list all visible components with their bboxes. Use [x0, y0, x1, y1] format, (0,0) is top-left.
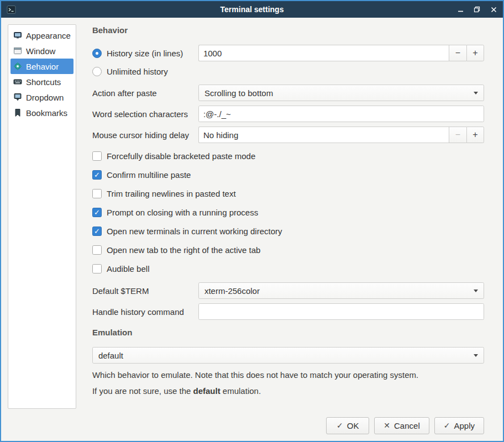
history-size-row: History size (in lines) − + [92, 45, 484, 61]
mouse-cursor-delay-decrement-button[interactable]: − [449, 127, 466, 143]
emulation-dropdown[interactable]: default [92, 347, 484, 364]
default-term-label: Default $TERM [92, 286, 198, 296]
bracketed-paste-checkbox[interactable]: ✓ [92, 151, 102, 161]
checkbox-bracketed-paste[interactable]: ✓ Forcefully disable bracketed paste mod… [92, 151, 484, 161]
sidebar-item-dropdown[interactable]: Dropdown [11, 90, 74, 105]
check-icon: ✓ [337, 421, 343, 430]
checkbox-open-in-cwd[interactable]: ✓ Open new terminals in current working … [92, 226, 484, 236]
help-text-post: emulation. [221, 386, 261, 396]
mouse-cursor-delay-row: Mouse cursor hiding delay − + [92, 127, 484, 143]
word-selection-label: Word selection characters [92, 109, 198, 119]
emulation-help-text-2: If you are not sure, use the default emu… [92, 386, 484, 396]
unlimited-history-row: Unlimited history [92, 66, 484, 77]
checkbox-new-tab-right[interactable]: ✓ Open new tab to the right of the activ… [92, 245, 484, 255]
unlimited-history-radio[interactable] [92, 67, 102, 76]
restore-button[interactable] [473, 6, 481, 13]
bookmarks-icon [13, 108, 22, 117]
sidebar-item-window[interactable]: Window [11, 43, 74, 59]
unlimited-history-label: Unlimited history [107, 67, 168, 76]
checkbox-label: Audible bell [107, 264, 150, 273]
open-in-cwd-checkbox[interactable]: ✓ [92, 227, 102, 236]
emulation-section-title: Emulation [92, 328, 484, 337]
minimize-button[interactable] [456, 6, 464, 13]
history-size-input[interactable] [198, 45, 449, 61]
checkbox-audible-bell[interactable]: ✓ Audible bell [92, 264, 484, 273]
sidebar-item-label: Window [26, 46, 55, 56]
checkbox-prompt-on-closing[interactable]: ✓ Prompt on closing with a running proce… [92, 207, 484, 217]
handle-history-input[interactable] [198, 303, 484, 320]
window-icon [13, 46, 22, 55]
confirm-multiline-checkbox[interactable]: ✓ [92, 170, 102, 180]
sidebar-item-label: Shortcuts [26, 77, 61, 87]
sidebar-item-label: Appearance [26, 31, 71, 40]
sidebar-item-label: Dropdown [26, 93, 64, 102]
history-size-radio[interactable] [92, 49, 102, 58]
history-size-label: History size (in lines) [107, 49, 183, 58]
emulation-help-text-1: Which behavior to emulate. Note that thi… [92, 370, 484, 380]
mouse-cursor-delay-spinner: − + [198, 127, 484, 143]
action-after-paste-value: Scrolling to bottom [204, 88, 273, 98]
check-icon: ✓ [94, 171, 100, 178]
checkbox-label: Open new tab to the right of the active … [107, 245, 261, 255]
ok-button-label: OK [347, 421, 359, 430]
sidebar-item-behavior[interactable]: Behavior [11, 59, 74, 74]
action-after-paste-dropdown[interactable]: Scrolling to bottom [198, 85, 484, 101]
handle-history-label: Handle history command [92, 307, 198, 317]
history-size-increment-button[interactable]: + [466, 45, 484, 61]
checkbox-confirm-multiline[interactable]: ✓ Confirm multiline paste [92, 170, 484, 180]
close-button[interactable] [490, 6, 497, 13]
chevron-down-icon [474, 354, 478, 357]
shortcuts-icon [13, 77, 22, 86]
behavior-settings-panel: Behavior History size (in lines) − + [76, 18, 503, 414]
unlimited-history-radio-option[interactable]: Unlimited history [92, 67, 168, 76]
window-controls [456, 6, 497, 13]
restore-icon [474, 6, 480, 13]
apply-button[interactable]: ✓ Apply [434, 417, 484, 434]
history-size-radio-option[interactable]: History size (in lines) [92, 49, 198, 58]
trim-newlines-checkbox[interactable]: ✓ [92, 189, 102, 198]
help-text-pre: If you are not sure, use the [92, 386, 193, 396]
ok-button[interactable]: ✓ OK [326, 417, 369, 434]
checkbox-label: Prompt on closing with a running process [107, 208, 258, 217]
action-after-paste-row: Action after paste Scrolling to bottom [92, 85, 484, 101]
checkbox-label: Open new terminals in current working di… [107, 227, 282, 236]
default-term-dropdown[interactable]: xterm-256color [198, 282, 484, 299]
word-selection-row: Word selection characters [92, 106, 484, 122]
check-icon: ✓ [94, 228, 100, 235]
sidebar-item-bookmarks[interactable]: Bookmarks [11, 105, 74, 120]
behavior-section-title: Behavior [92, 25, 484, 35]
handle-history-row: Handle history command [92, 303, 484, 320]
cross-icon: ✕ [384, 421, 390, 430]
sidebar-item-shortcuts[interactable]: Shortcuts [11, 74, 74, 90]
check-icon: ✓ [444, 421, 450, 430]
sidebar-item-appearance[interactable]: Appearance [11, 28, 74, 43]
checkbox-label: Forcefully disable bracketed paste mode [107, 151, 255, 161]
cancel-button-label: Cancel [394, 421, 420, 430]
close-icon [491, 7, 497, 13]
prompt-on-closing-checkbox[interactable]: ✓ [92, 208, 102, 217]
cancel-button[interactable]: ✕ Cancel [374, 417, 429, 434]
default-term-value: xterm-256color [204, 286, 260, 296]
default-term-row: Default $TERM xterm-256color [92, 282, 484, 299]
word-selection-input[interactable] [198, 106, 484, 122]
mouse-cursor-delay-label: Mouse cursor hiding delay [92, 130, 198, 140]
sidebar-item-label: Bookmarks [26, 108, 67, 118]
appearance-icon [13, 31, 22, 40]
terminal-app-icon [7, 5, 16, 14]
mouse-cursor-delay-input[interactable] [198, 127, 449, 143]
sidebar-item-label: Behavior [26, 62, 59, 71]
emulation-value: default [98, 351, 123, 360]
minimize-icon [458, 7, 464, 13]
dialog-body: Appearance Window Behavior [1, 18, 503, 414]
check-icon: ✓ [94, 209, 100, 216]
behavior-icon [13, 62, 22, 71]
checkbox-trim-newlines[interactable]: ✓ Trim trailing newlines in pasted text [92, 188, 484, 198]
chevron-down-icon [474, 92, 478, 94]
window-title: Terminal settings [1, 5, 503, 14]
mouse-cursor-delay-increment-button[interactable]: + [466, 127, 484, 143]
action-after-paste-label: Action after paste [92, 88, 198, 98]
audible-bell-checkbox[interactable]: ✓ [92, 264, 102, 273]
new-tab-right-checkbox[interactable]: ✓ [92, 245, 102, 255]
history-size-decrement-button[interactable]: − [449, 45, 466, 61]
terminal-settings-window: Terminal settings Appearance [0, 0, 504, 442]
